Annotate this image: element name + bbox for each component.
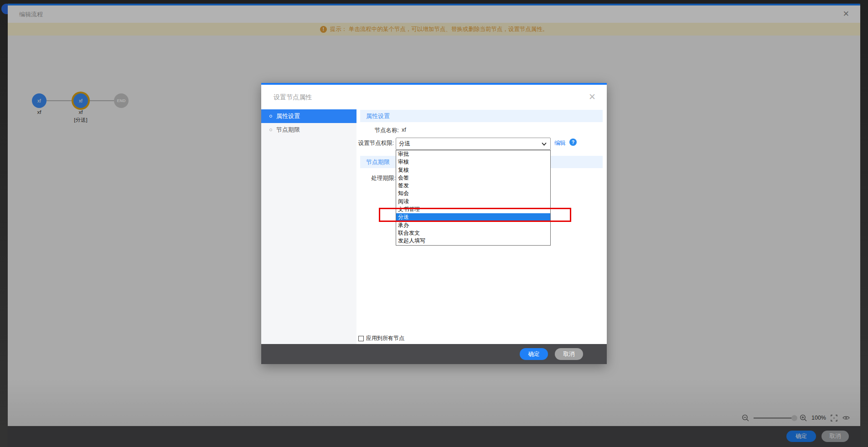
bullet-icon: [269, 115, 272, 118]
tab-label: 属性设置: [276, 112, 300, 120]
modal-body: 属性设置 节点期限 属性设置 节点名称: xf 设置节点权限: 分送 编辑 ? …: [261, 109, 607, 344]
tab-properties[interactable]: 属性设置: [261, 109, 356, 123]
dropdown-option[interactable]: 承办: [396, 221, 550, 229]
permission-dropdown: 审批审核复核会签签发知会阅读文书管理分送承办联合发文发起人填写: [396, 150, 551, 246]
screen: 编辑流程 ✕ ! 提示： 单击流程中的某个节点，可以增加节点、替换或删除当前节点…: [0, 0, 868, 447]
permission-select-value: 分送: [396, 140, 542, 148]
close-icon[interactable]: ✕: [589, 92, 596, 102]
dropdown-option[interactable]: 阅读: [396, 198, 550, 206]
dropdown-option[interactable]: 文书管理: [396, 206, 550, 213]
node-name-label: 节点名称:: [330, 127, 399, 134]
node-name-value: xf: [402, 127, 406, 133]
modal-cancel-button[interactable]: 取消: [555, 348, 583, 360]
apply-all-row: 应用到所有节点: [358, 334, 404, 342]
tab-label: 节点期限: [276, 126, 300, 134]
dropdown-option[interactable]: 发起人填写: [396, 237, 550, 245]
node-properties-modal: 设置节点属性 ✕ 属性设置 节点期限 属性设置 节点名称: xf 设置节点权限:…: [261, 83, 607, 364]
dropdown-option[interactable]: 审批: [396, 150, 550, 158]
dropdown-option[interactable]: 分送: [396, 213, 550, 221]
dropdown-option[interactable]: 知会: [396, 190, 550, 197]
permission-label: 设置节点权限:: [316, 139, 394, 147]
help-icon[interactable]: ?: [569, 139, 577, 146]
edit-link[interactable]: 编辑: [554, 139, 566, 147]
permission-select[interactable]: 分送: [396, 138, 551, 150]
section-properties: 属性设置: [360, 110, 603, 122]
bullet-icon: [269, 128, 272, 131]
dropdown-option[interactable]: 联合发文: [396, 229, 550, 237]
dropdown-option[interactable]: 签发: [396, 182, 550, 190]
modal-title: 设置节点属性: [274, 93, 312, 102]
apply-all-label: 应用到所有节点: [366, 334, 404, 342]
dropdown-option[interactable]: 审核: [396, 158, 550, 166]
modal-header: 设置节点属性 ✕: [261, 85, 607, 109]
dropdown-option[interactable]: 复核: [396, 166, 550, 174]
chevron-down-icon: [542, 142, 547, 146]
modal-footer: 确定 取消: [261, 344, 607, 364]
deadline-label: 处理期限:: [330, 175, 396, 182]
apply-all-checkbox[interactable]: [358, 336, 364, 341]
modal-confirm-button[interactable]: 确定: [520, 348, 548, 360]
dropdown-option[interactable]: 会签: [396, 174, 550, 182]
